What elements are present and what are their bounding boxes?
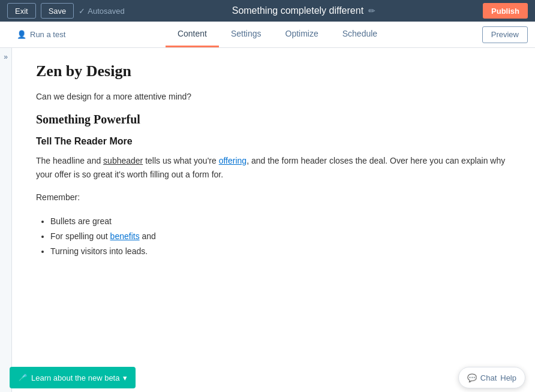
editor-h2: Something Powerful <box>36 113 511 126</box>
editor-h1: Zen by Design <box>36 62 511 80</box>
publish-button[interactable]: Publish <box>483 3 528 19</box>
editor-body-paragraph: The headline and subheader tells us what… <box>36 154 511 181</box>
chat-label: Chat <box>480 373 497 382</box>
page-title-area: Something completely different ✏ <box>130 5 478 16</box>
chat-button[interactable]: 💬 Chat Help <box>458 367 525 388</box>
chat-icon: 💬 <box>467 373 477 382</box>
dropdown-chevron-icon: ▾ <box>123 373 127 382</box>
checkmark-icon: ✓ <box>79 7 85 16</box>
sidebar-toggle[interactable]: » <box>0 48 12 392</box>
tab-schedule[interactable]: Schedule <box>330 22 389 47</box>
tab-optimize[interactable]: Optimize <box>273 22 330 47</box>
run-test-label: Run a test <box>30 30 65 39</box>
edit-icon[interactable]: ✏ <box>368 6 375 16</box>
bullet-2-post: and <box>140 231 156 241</box>
bullet-1: Bullets are great <box>50 214 511 229</box>
content-wrapper: » Zen by Design Can we design for a more… <box>0 48 535 392</box>
exit-button[interactable]: Exit <box>7 3 36 19</box>
autosaved-label: Autosaved <box>88 7 124 16</box>
editor-area[interactable]: Zen by Design Can we design for a more a… <box>12 48 535 392</box>
benefits-link[interactable]: benefits <box>110 231 140 241</box>
editor-intro: Can we design for a more attentive mind? <box>36 90 511 103</box>
bullet-2-pre: For spelling out <box>50 231 110 241</box>
nav-tabs: Content Settings Optimize Schedule <box>73 22 482 47</box>
nav-bar: 👤 Run a test Content Settings Optimize S… <box>0 22 535 48</box>
run-test-button[interactable]: 👤 Run a test <box>10 22 73 47</box>
bullet-1-text: Bullets are great <box>50 216 112 226</box>
chevron-right-icon: » <box>4 53 8 61</box>
learn-beta-label: Learn about the new beta <box>31 373 119 382</box>
body-text-2: tells us what you're <box>143 156 218 165</box>
remember-label: Remember: <box>36 191 511 204</box>
toolbar: Exit Save ✓ Autosaved Something complete… <box>0 0 535 22</box>
page-title: Something completely different <box>232 5 363 16</box>
flask-icon: 🧪 <box>18 373 28 382</box>
save-button[interactable]: Save <box>41 3 74 19</box>
editor-h3: Tell The Reader More <box>36 136 511 147</box>
bullet-3: Turning visitors into leads. <box>50 244 511 259</box>
autosaved-status: ✓ Autosaved <box>79 7 124 16</box>
offering-link[interactable]: offering <box>219 156 247 165</box>
preview-button[interactable]: Preview <box>482 26 528 43</box>
bullet-2: For spelling out benefits and <box>50 229 511 244</box>
body-underline: subheader <box>103 156 143 165</box>
tab-settings[interactable]: Settings <box>219 22 273 47</box>
body-text-1: The headline and <box>36 156 103 165</box>
bullets-list: Bullets are great For spelling out benef… <box>50 214 511 260</box>
help-label: Help <box>500 373 516 382</box>
learn-beta-button[interactable]: 🧪 Learn about the new beta ▾ <box>10 367 136 388</box>
bullet-3-text: Turning visitors into leads. <box>50 246 148 256</box>
tab-content[interactable]: Content <box>166 22 219 47</box>
person-icon: 👤 <box>17 30 26 39</box>
